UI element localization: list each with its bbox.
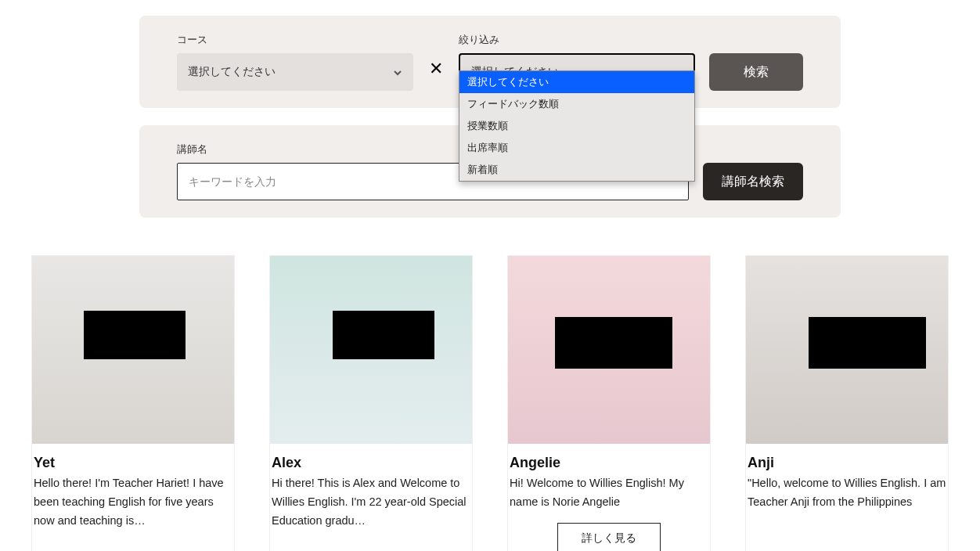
- teacher-name: Alex: [272, 455, 470, 471]
- name-search-button[interactable]: 講師名検索: [703, 163, 803, 200]
- teacher-card[interactable]: Angelie Hi! Welcome to Willies English! …: [507, 255, 711, 551]
- course-filter-panel: コース 選択してください ✕ 絞り込み 選択してください 選択してください フィ…: [139, 16, 841, 108]
- filter-option-4[interactable]: 新着順: [459, 159, 694, 181]
- teacher-photo: [270, 256, 472, 444]
- teacher-card[interactable]: Alex Hi there! This is Alex and Welcome …: [269, 255, 473, 551]
- course-select[interactable]: 選択してください: [177, 53, 413, 91]
- teacher-photo: [32, 256, 234, 444]
- teacher-bio: Hi! Welcome to Willies English! My name …: [510, 474, 708, 512]
- teacher-card[interactable]: Yet Hello there! I'm Teacher Hariet! I h…: [31, 255, 235, 551]
- filter-label: 絞り込み: [459, 33, 695, 47]
- filter-option-3[interactable]: 出席率順: [459, 137, 694, 159]
- teacher-photo: [746, 256, 948, 444]
- teacher-name: Yet: [34, 455, 232, 471]
- course-label: コース: [177, 33, 413, 47]
- filter-option-2[interactable]: 授業数順: [459, 115, 694, 137]
- filter-option-1[interactable]: フィードバック数順: [459, 93, 694, 115]
- filter-dropdown: 選択してください フィードバック数順 授業数順 出席率順 新着順: [459, 70, 695, 182]
- teacher-card-list: Yet Hello there! I'm Teacher Hariet! I h…: [24, 255, 956, 551]
- teacher-name: Anji: [748, 455, 946, 471]
- filter-field: 絞り込み 選択してください 選択してください フィードバック数順 授業数順 出席…: [459, 33, 695, 91]
- teacher-name: Angelie: [510, 455, 708, 471]
- teacher-bio: Hello there! I'm Teacher Hariet! I have …: [34, 474, 232, 531]
- teacher-card[interactable]: Anji "Hello, welcome to Willies English.…: [745, 255, 949, 551]
- clear-icon[interactable]: ✕: [427, 59, 445, 79]
- teacher-photo: [508, 256, 710, 444]
- teacher-bio: Hi there! This is Alex and Welcome to Wi…: [272, 474, 470, 531]
- filter-option-0[interactable]: 選択してください: [459, 71, 694, 93]
- chevron-down-icon: [393, 67, 402, 77]
- teacher-bio: "Hello, welcome to Willies English. I am…: [748, 474, 946, 512]
- detail-button[interactable]: 詳しく見る: [557, 523, 661, 551]
- course-field: コース 選択してください: [177, 33, 413, 91]
- search-button[interactable]: 検索: [709, 53, 803, 91]
- course-select-value: 選択してください: [188, 65, 276, 79]
